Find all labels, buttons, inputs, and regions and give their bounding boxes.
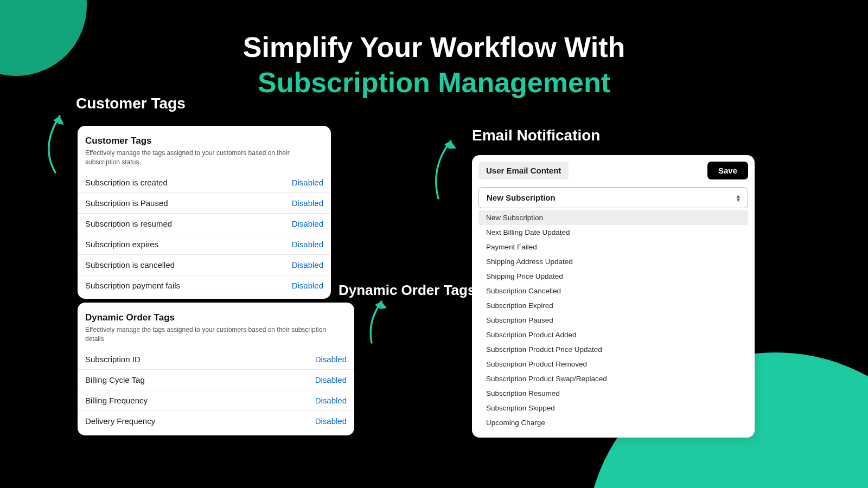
tag-row: Billing FrequencyDisabled (78, 390, 354, 411)
tag-status-toggle[interactable]: Disabled (315, 375, 347, 384)
dropdown-item[interactable]: Subscription Paused (478, 313, 748, 328)
dropdown-item[interactable]: Subscription Skipped (478, 401, 748, 415)
tag-row: Subscription is createdDisabled (78, 172, 331, 193)
tag-status-toggle[interactable]: Disabled (292, 178, 323, 187)
section-label-customer-tags: Customer Tags (76, 95, 186, 112)
page-headline: Simplify Your Workflow With Subscription… (0, 30, 868, 100)
dropdown-item[interactable]: Shipping Address Updated (478, 254, 748, 269)
tag-label: Subscription is created (85, 178, 168, 187)
tag-label: Subscription payment fails (85, 281, 180, 290)
tag-label: Subscription expires (85, 240, 158, 249)
tag-label: Delivery Frequency (85, 416, 155, 426)
card-title: Customer Tags (78, 136, 331, 146)
dropdown-item[interactable]: Next Billing Date Updated (478, 225, 748, 240)
tag-status-toggle[interactable]: Disabled (315, 396, 347, 405)
section-label-dynamic-order-tags: Dynamic Order Tags (339, 282, 475, 299)
save-button[interactable]: Save (707, 162, 748, 179)
dropdown-item[interactable]: Payment Failed (478, 240, 748, 254)
tag-row: Billing Cycle TagDisabled (78, 370, 354, 390)
tag-label: Subscription is Paused (85, 198, 168, 208)
tag-row: Subscription is PausedDisabled (78, 193, 331, 214)
tag-status-toggle[interactable]: Disabled (292, 240, 323, 249)
dropdown-item[interactable]: Shipping Price Updated (478, 269, 748, 284)
email-template-dropdown: New SubscriptionNext Billing Date Update… (478, 210, 748, 430)
tag-row: Subscription expiresDisabled (78, 234, 331, 255)
tag-label: Subscription is resumed (85, 219, 172, 228)
arrow-icon (430, 134, 463, 200)
tag-label: Billing Cycle Tag (85, 375, 145, 384)
dropdown-item[interactable]: Upcoming Charge (478, 415, 748, 430)
tag-status-toggle[interactable]: Disabled (292, 198, 323, 208)
customer-tags-card: Customer Tags Effectively manage the tag… (78, 126, 331, 299)
tag-label: Billing Frequency (85, 396, 148, 405)
tag-status-toggle[interactable]: Disabled (292, 219, 323, 228)
select-caret-icon: ▴▾ (737, 194, 740, 201)
select-value: New Subscription (487, 193, 556, 202)
email-notification-card: User Email Content Save New Subscription… (472, 155, 755, 438)
tag-label: Subscription ID (85, 355, 141, 364)
dynamic-order-tags-card: Dynamic Order Tags Effectively manage th… (78, 303, 354, 435)
dropdown-item[interactable]: Subscription Cancelled (478, 284, 748, 298)
section-label-email-notification: Email Notification (472, 127, 600, 144)
dropdown-item[interactable]: Subscription Product Price Updated (478, 342, 748, 357)
tag-label: Subscription is cancelled (85, 260, 175, 269)
dropdown-item[interactable]: Subscription Product Swap/Replaced (478, 371, 748, 386)
dropdown-item[interactable]: Subscription Expired (478, 298, 748, 313)
svg-marker-3 (380, 301, 387, 309)
arrow-icon (39, 108, 72, 174)
user-email-content-tab[interactable]: User Email Content (478, 162, 569, 179)
card-subtitle: Effectively manage the tags assigned to … (78, 146, 331, 172)
tag-status-toggle[interactable]: Disabled (292, 260, 323, 269)
tag-status-toggle[interactable]: Disabled (315, 355, 347, 364)
tag-row: Subscription IDDisabled (78, 349, 354, 370)
dropdown-item[interactable]: New Subscription (478, 210, 748, 225)
dropdown-item[interactable]: Subscription Product Added (478, 328, 748, 342)
card-title: Dynamic Order Tags (78, 312, 354, 323)
dropdown-item[interactable]: Subscription Product Removed (478, 357, 748, 371)
headline-line-1: Simplify Your Workflow With (0, 30, 868, 65)
tag-row: Subscription is resumedDisabled (78, 214, 331, 234)
dropdown-item[interactable]: Subscription Resumed (478, 386, 748, 401)
card-subtitle: Effectively manage the tags assigned to … (78, 323, 354, 349)
tag-row: Delivery FrequencyDisabled (78, 411, 354, 431)
tag-status-toggle[interactable]: Disabled (315, 416, 347, 426)
tag-row: Subscription is cancelledDisabled (78, 255, 331, 275)
tag-status-toggle[interactable]: Disabled (292, 281, 323, 290)
arrow-icon (366, 295, 399, 344)
email-template-select[interactable]: New Subscription ▴▾ (478, 187, 748, 208)
tag-row: Subscription payment failsDisabled (78, 275, 331, 296)
